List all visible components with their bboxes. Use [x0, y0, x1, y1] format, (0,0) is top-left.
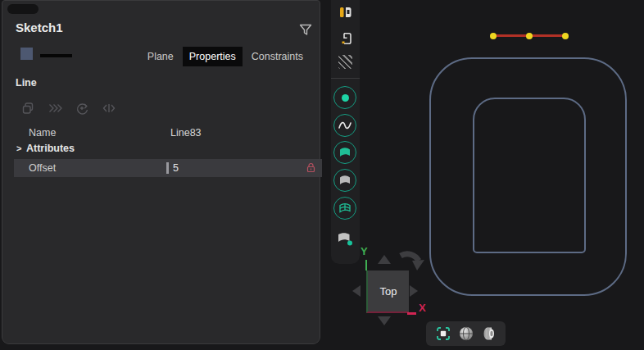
properties-panel: Sketch1 Plane Properties Constraints Lin… — [2, 0, 320, 344]
panel-tabs: Plane Properties Constraints — [141, 47, 310, 66]
line-midpoint[interactable] — [526, 33, 533, 39]
panel-title: Sketch1 — [16, 20, 63, 34]
shaded-sphere-icon[interactable] — [458, 325, 474, 342]
fast-forward-icon[interactable] — [48, 101, 62, 116]
window-pill[interactable] — [7, 4, 39, 14]
tab-plane[interactable]: Plane — [141, 47, 180, 66]
section-title: Line — [16, 77, 37, 89]
tab-properties[interactable]: Properties — [183, 47, 243, 66]
line-endpoint-right[interactable] — [562, 33, 569, 39]
view-cube-face-label: Top — [380, 285, 397, 298]
redo-plus-icon[interactable] — [75, 101, 89, 116]
surface-grid-icon — [338, 202, 352, 215]
offset-row: Offset 5 — [14, 159, 322, 177]
property-toolbar — [20, 101, 116, 116]
point-tool-button[interactable] — [333, 86, 356, 109]
attributes-chevron-icon[interactable]: > — [16, 143, 21, 153]
surface-gray-tool-button[interactable] — [333, 169, 356, 192]
axis-x-label: X — [419, 302, 426, 314]
surface-add-tool-button[interactable] — [336, 230, 354, 250]
inner-profile-curve[interactable] — [473, 98, 586, 253]
view-cube[interactable]: Top — [366, 270, 409, 313]
axis-x-line — [407, 312, 416, 315]
view-options-bar — [426, 321, 506, 346]
strip-divider — [331, 78, 360, 79]
name-value[interactable]: Line83 — [170, 127, 202, 139]
surface-grid-tool-button[interactable] — [333, 197, 356, 220]
duplicate-icon[interactable] — [20, 101, 35, 116]
orbit-left-arrow-icon[interactable] — [352, 285, 361, 297]
surface-filled-icon — [338, 146, 352, 159]
exit-sketch-icon[interactable] — [338, 30, 354, 47]
spline-tool-button[interactable] — [333, 114, 356, 137]
line-endpoint-left[interactable] — [490, 33, 497, 39]
surface-gray-icon — [338, 174, 352, 187]
filter-icon[interactable] — [297, 21, 314, 38]
axis-y-label: Y — [361, 245, 368, 257]
offset-value-field[interactable]: 5 — [173, 162, 179, 174]
orbit-down-arrow-icon[interactable] — [378, 316, 391, 325]
name-label: Name — [29, 127, 56, 139]
tab-constraints[interactable]: Constraints — [245, 47, 310, 66]
orbit-right-arrow-icon[interactable] — [410, 285, 418, 297]
offset-drag-handle[interactable] — [166, 162, 169, 174]
point-icon — [342, 94, 349, 102]
line-color-swatch[interactable] — [20, 48, 33, 60]
offset-label: Offset — [29, 162, 56, 174]
code-icon[interactable] — [102, 101, 116, 116]
spline-icon — [337, 119, 353, 132]
zoom-fit-icon[interactable] — [435, 325, 451, 342]
cylinder-view-icon[interactable] — [481, 325, 497, 342]
hatch-icon[interactable] — [338, 55, 352, 69]
surface-filled-tool-button[interactable] — [333, 141, 356, 164]
attributes-label[interactable]: Attributes — [26, 143, 75, 154]
line-style-preview[interactable] — [40, 54, 72, 57]
axis-y-line — [365, 260, 367, 270]
orbit-up-arrow-icon[interactable] — [378, 255, 391, 264]
sketch-doc-icon[interactable] — [338, 4, 354, 20]
lock-icon[interactable] — [305, 161, 317, 174]
